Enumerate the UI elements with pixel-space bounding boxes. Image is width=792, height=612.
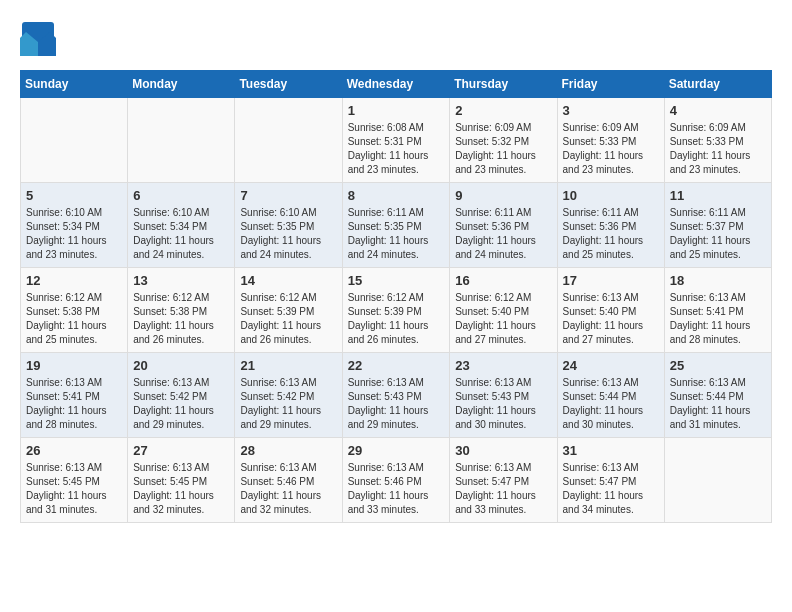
calendar-cell: 26Sunrise: 6:13 AMSunset: 5:45 PMDayligh… [21,438,128,523]
calendar-cell: 13Sunrise: 6:12 AMSunset: 5:38 PMDayligh… [128,268,235,353]
day-info: Sunrise: 6:10 AMSunset: 5:34 PMDaylight:… [133,206,229,262]
day-info: Sunrise: 6:13 AMSunset: 5:44 PMDaylight:… [670,376,766,432]
calendar-cell: 3Sunrise: 6:09 AMSunset: 5:33 PMDaylight… [557,98,664,183]
day-info: Sunrise: 6:13 AMSunset: 5:45 PMDaylight:… [26,461,122,517]
day-info: Sunrise: 6:13 AMSunset: 5:41 PMDaylight:… [26,376,122,432]
day-info: Sunrise: 6:12 AMSunset: 5:38 PMDaylight:… [133,291,229,347]
calendar-cell: 19Sunrise: 6:13 AMSunset: 5:41 PMDayligh… [21,353,128,438]
day-number: 5 [26,188,122,203]
day-info: Sunrise: 6:12 AMSunset: 5:39 PMDaylight:… [348,291,445,347]
day-number: 1 [348,103,445,118]
calendar-cell: 29Sunrise: 6:13 AMSunset: 5:46 PMDayligh… [342,438,450,523]
calendar-cell: 18Sunrise: 6:13 AMSunset: 5:41 PMDayligh… [664,268,771,353]
day-number: 18 [670,273,766,288]
calendar-cell [21,98,128,183]
calendar-cell [128,98,235,183]
day-number: 21 [240,358,336,373]
day-number: 28 [240,443,336,458]
day-number: 17 [563,273,659,288]
calendar-week-1: 1Sunrise: 6:08 AMSunset: 5:31 PMDaylight… [21,98,772,183]
day-number: 4 [670,103,766,118]
page-header [20,20,772,60]
calendar-cell: 22Sunrise: 6:13 AMSunset: 5:43 PMDayligh… [342,353,450,438]
calendar-cell: 12Sunrise: 6:12 AMSunset: 5:38 PMDayligh… [21,268,128,353]
day-info: Sunrise: 6:13 AMSunset: 5:42 PMDaylight:… [133,376,229,432]
calendar-cell: 30Sunrise: 6:13 AMSunset: 5:47 PMDayligh… [450,438,557,523]
day-number: 31 [563,443,659,458]
day-number: 16 [455,273,551,288]
day-info: Sunrise: 6:09 AMSunset: 5:33 PMDaylight:… [670,121,766,177]
day-number: 24 [563,358,659,373]
calendar-header-row: SundayMondayTuesdayWednesdayThursdayFrid… [21,71,772,98]
day-info: Sunrise: 6:08 AMSunset: 5:31 PMDaylight:… [348,121,445,177]
day-info: Sunrise: 6:13 AMSunset: 5:46 PMDaylight:… [348,461,445,517]
calendar-cell: 7Sunrise: 6:10 AMSunset: 5:35 PMDaylight… [235,183,342,268]
day-info: Sunrise: 6:13 AMSunset: 5:44 PMDaylight:… [563,376,659,432]
day-info: Sunrise: 6:13 AMSunset: 5:46 PMDaylight:… [240,461,336,517]
calendar-cell: 21Sunrise: 6:13 AMSunset: 5:42 PMDayligh… [235,353,342,438]
day-info: Sunrise: 6:10 AMSunset: 5:35 PMDaylight:… [240,206,336,262]
day-number: 2 [455,103,551,118]
day-number: 22 [348,358,445,373]
calendar-week-3: 12Sunrise: 6:12 AMSunset: 5:38 PMDayligh… [21,268,772,353]
day-number: 3 [563,103,659,118]
calendar-cell: 25Sunrise: 6:13 AMSunset: 5:44 PMDayligh… [664,353,771,438]
header-saturday: Saturday [664,71,771,98]
day-info: Sunrise: 6:13 AMSunset: 5:43 PMDaylight:… [455,376,551,432]
day-info: Sunrise: 6:13 AMSunset: 5:47 PMDaylight:… [455,461,551,517]
header-wednesday: Wednesday [342,71,450,98]
day-info: Sunrise: 6:09 AMSunset: 5:32 PMDaylight:… [455,121,551,177]
calendar-cell: 20Sunrise: 6:13 AMSunset: 5:42 PMDayligh… [128,353,235,438]
day-number: 9 [455,188,551,203]
day-info: Sunrise: 6:13 AMSunset: 5:40 PMDaylight:… [563,291,659,347]
calendar-cell: 14Sunrise: 6:12 AMSunset: 5:39 PMDayligh… [235,268,342,353]
calendar-cell: 17Sunrise: 6:13 AMSunset: 5:40 PMDayligh… [557,268,664,353]
day-number: 29 [348,443,445,458]
day-number: 20 [133,358,229,373]
day-info: Sunrise: 6:11 AMSunset: 5:36 PMDaylight:… [563,206,659,262]
header-monday: Monday [128,71,235,98]
logo-icon [20,20,56,56]
calendar-cell: 10Sunrise: 6:11 AMSunset: 5:36 PMDayligh… [557,183,664,268]
day-info: Sunrise: 6:11 AMSunset: 5:37 PMDaylight:… [670,206,766,262]
calendar-cell: 8Sunrise: 6:11 AMSunset: 5:35 PMDaylight… [342,183,450,268]
day-number: 12 [26,273,122,288]
calendar-cell: 11Sunrise: 6:11 AMSunset: 5:37 PMDayligh… [664,183,771,268]
calendar-cell: 6Sunrise: 6:10 AMSunset: 5:34 PMDaylight… [128,183,235,268]
day-info: Sunrise: 6:11 AMSunset: 5:36 PMDaylight:… [455,206,551,262]
day-number: 25 [670,358,766,373]
day-info: Sunrise: 6:12 AMSunset: 5:39 PMDaylight:… [240,291,336,347]
calendar-cell: 5Sunrise: 6:10 AMSunset: 5:34 PMDaylight… [21,183,128,268]
calendar-week-2: 5Sunrise: 6:10 AMSunset: 5:34 PMDaylight… [21,183,772,268]
header-tuesday: Tuesday [235,71,342,98]
day-number: 11 [670,188,766,203]
day-info: Sunrise: 6:13 AMSunset: 5:43 PMDaylight:… [348,376,445,432]
calendar-cell: 24Sunrise: 6:13 AMSunset: 5:44 PMDayligh… [557,353,664,438]
calendar-cell: 15Sunrise: 6:12 AMSunset: 5:39 PMDayligh… [342,268,450,353]
calendar-cell: 23Sunrise: 6:13 AMSunset: 5:43 PMDayligh… [450,353,557,438]
day-number: 26 [26,443,122,458]
day-number: 6 [133,188,229,203]
day-info: Sunrise: 6:13 AMSunset: 5:45 PMDaylight:… [133,461,229,517]
day-number: 7 [240,188,336,203]
day-info: Sunrise: 6:13 AMSunset: 5:42 PMDaylight:… [240,376,336,432]
day-info: Sunrise: 6:12 AMSunset: 5:40 PMDaylight:… [455,291,551,347]
header-friday: Friday [557,71,664,98]
calendar-table: SundayMondayTuesdayWednesdayThursdayFrid… [20,70,772,523]
calendar-cell: 4Sunrise: 6:09 AMSunset: 5:33 PMDaylight… [664,98,771,183]
day-info: Sunrise: 6:13 AMSunset: 5:41 PMDaylight:… [670,291,766,347]
day-number: 19 [26,358,122,373]
calendar-week-5: 26Sunrise: 6:13 AMSunset: 5:45 PMDayligh… [21,438,772,523]
day-info: Sunrise: 6:09 AMSunset: 5:33 PMDaylight:… [563,121,659,177]
header-thursday: Thursday [450,71,557,98]
calendar-cell: 27Sunrise: 6:13 AMSunset: 5:45 PMDayligh… [128,438,235,523]
day-number: 8 [348,188,445,203]
calendar-cell: 2Sunrise: 6:09 AMSunset: 5:32 PMDaylight… [450,98,557,183]
day-info: Sunrise: 6:11 AMSunset: 5:35 PMDaylight:… [348,206,445,262]
day-info: Sunrise: 6:12 AMSunset: 5:38 PMDaylight:… [26,291,122,347]
logo [20,20,60,60]
day-number: 14 [240,273,336,288]
day-number: 23 [455,358,551,373]
calendar-cell [235,98,342,183]
calendar-cell: 1Sunrise: 6:08 AMSunset: 5:31 PMDaylight… [342,98,450,183]
